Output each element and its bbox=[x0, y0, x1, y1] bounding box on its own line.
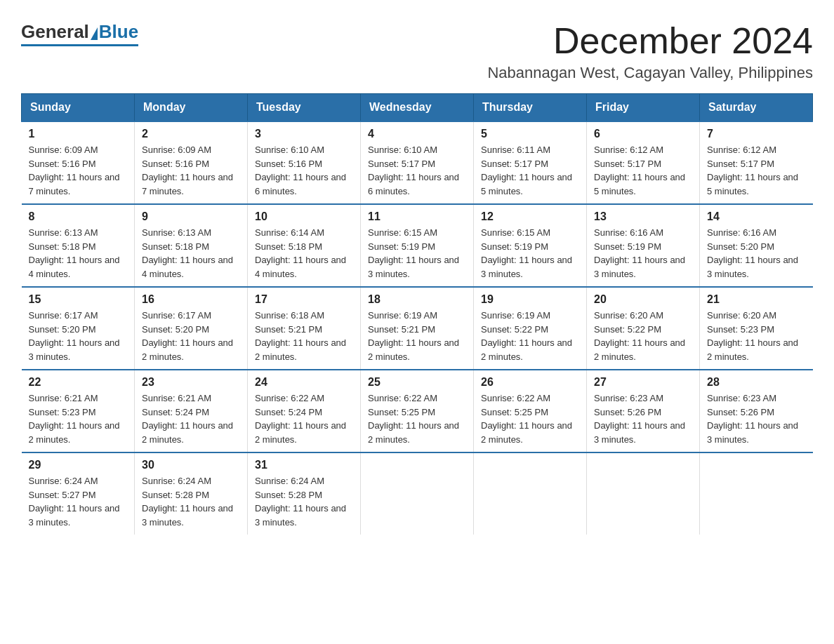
day-info: Sunrise: 6:16 AMSunset: 5:19 PMDaylight:… bbox=[594, 226, 692, 281]
day-info: Sunrise: 6:12 AMSunset: 5:17 PMDaylight:… bbox=[707, 143, 806, 198]
calendar-cell: 24 Sunrise: 6:22 AMSunset: 5:24 PMDaylig… bbox=[248, 370, 361, 452]
calendar-cell: 9 Sunrise: 6:13 AMSunset: 5:18 PMDayligh… bbox=[135, 204, 248, 287]
day-number: 17 bbox=[255, 293, 353, 306]
day-info: Sunrise: 6:12 AMSunset: 5:17 PMDaylight:… bbox=[594, 143, 692, 198]
calendar-cell: 29 Sunrise: 6:24 AMSunset: 5:27 PMDaylig… bbox=[22, 452, 135, 535]
calendar-cell bbox=[587, 452, 700, 535]
day-info: Sunrise: 6:09 AMSunset: 5:16 PMDaylight:… bbox=[29, 143, 128, 198]
calendar-header-thursday: Thursday bbox=[474, 94, 587, 122]
day-number: 12 bbox=[481, 210, 579, 223]
calendar-cell: 11 Sunrise: 6:15 AMSunset: 5:19 PMDaylig… bbox=[361, 204, 474, 287]
day-info: Sunrise: 6:20 AMSunset: 5:22 PMDaylight:… bbox=[594, 309, 692, 363]
calendar-cell: 2 Sunrise: 6:09 AMSunset: 5:16 PMDayligh… bbox=[135, 121, 248, 204]
calendar-header-friday: Friday bbox=[587, 94, 700, 122]
day-info: Sunrise: 6:15 AMSunset: 5:19 PMDaylight:… bbox=[481, 226, 579, 281]
day-info: Sunrise: 6:13 AMSunset: 5:18 PMDaylight:… bbox=[142, 226, 240, 281]
day-info: Sunrise: 6:17 AMSunset: 5:20 PMDaylight:… bbox=[29, 309, 128, 363]
day-number: 4 bbox=[368, 128, 466, 140]
calendar-header-wednesday: Wednesday bbox=[361, 94, 474, 122]
day-number: 23 bbox=[142, 376, 240, 389]
day-info: Sunrise: 6:09 AMSunset: 5:16 PMDaylight:… bbox=[142, 143, 240, 198]
calendar-cell: 21 Sunrise: 6:20 AMSunset: 5:23 PMDaylig… bbox=[700, 287, 813, 370]
day-number: 22 bbox=[29, 376, 128, 389]
calendar-cell: 31 Sunrise: 6:24 AMSunset: 5:28 PMDaylig… bbox=[248, 452, 361, 535]
calendar-cell: 15 Sunrise: 6:17 AMSunset: 5:20 PMDaylig… bbox=[22, 287, 135, 370]
calendar-cell: 3 Sunrise: 6:10 AMSunset: 5:16 PMDayligh… bbox=[248, 121, 361, 204]
calendar-cell: 22 Sunrise: 6:21 AMSunset: 5:23 PMDaylig… bbox=[22, 370, 135, 452]
day-number: 5 bbox=[481, 128, 579, 140]
logo-blue-text: Blue bbox=[99, 21, 138, 43]
calendar-cell: 10 Sunrise: 6:14 AMSunset: 5:18 PMDaylig… bbox=[248, 204, 361, 287]
day-info: Sunrise: 6:10 AMSunset: 5:17 PMDaylight:… bbox=[368, 143, 466, 198]
calendar-header-saturday: Saturday bbox=[700, 94, 813, 122]
calendar-cell: 23 Sunrise: 6:21 AMSunset: 5:24 PMDaylig… bbox=[135, 370, 248, 452]
calendar-cell: 30 Sunrise: 6:24 AMSunset: 5:28 PMDaylig… bbox=[135, 452, 248, 535]
logo-triangle-icon bbox=[91, 27, 98, 40]
day-number: 7 bbox=[707, 128, 806, 140]
calendar-cell bbox=[700, 452, 813, 535]
day-number: 3 bbox=[255, 128, 353, 140]
title-block: December 2024 Nabannagan West, Cagayan V… bbox=[487, 21, 813, 82]
calendar-cell: 16 Sunrise: 6:17 AMSunset: 5:20 PMDaylig… bbox=[135, 287, 248, 370]
calendar-cell: 8 Sunrise: 6:13 AMSunset: 5:18 PMDayligh… bbox=[22, 204, 135, 287]
logo-underline bbox=[21, 44, 138, 46]
day-number: 2 bbox=[142, 128, 240, 140]
calendar-cell bbox=[474, 452, 587, 535]
day-number: 26 bbox=[481, 376, 579, 389]
day-number: 9 bbox=[142, 210, 240, 223]
calendar-cell: 18 Sunrise: 6:19 AMSunset: 5:21 PMDaylig… bbox=[361, 287, 474, 370]
calendar-cell: 28 Sunrise: 6:23 AMSunset: 5:26 PMDaylig… bbox=[700, 370, 813, 452]
day-number: 8 bbox=[29, 210, 128, 223]
day-number: 10 bbox=[255, 210, 353, 223]
day-info: Sunrise: 6:23 AMSunset: 5:26 PMDaylight:… bbox=[707, 391, 806, 446]
day-number: 25 bbox=[368, 376, 466, 389]
calendar-table: SundayMondayTuesdayWednesdayThursdayFrid… bbox=[21, 93, 813, 535]
day-info: Sunrise: 6:14 AMSunset: 5:18 PMDaylight:… bbox=[255, 226, 353, 281]
day-info: Sunrise: 6:22 AMSunset: 5:24 PMDaylight:… bbox=[255, 391, 353, 446]
day-info: Sunrise: 6:13 AMSunset: 5:18 PMDaylight:… bbox=[29, 226, 128, 281]
day-info: Sunrise: 6:19 AMSunset: 5:21 PMDaylight:… bbox=[368, 309, 466, 363]
calendar-week-row: 1 Sunrise: 6:09 AMSunset: 5:16 PMDayligh… bbox=[22, 121, 813, 204]
day-info: Sunrise: 6:24 AMSunset: 5:28 PMDaylight:… bbox=[255, 474, 353, 529]
logo: General Blue bbox=[21, 21, 138, 46]
day-number: 28 bbox=[707, 376, 806, 389]
calendar-cell: 6 Sunrise: 6:12 AMSunset: 5:17 PMDayligh… bbox=[587, 121, 700, 204]
day-number: 1 bbox=[29, 128, 128, 140]
day-number: 11 bbox=[368, 210, 466, 223]
calendar-week-row: 29 Sunrise: 6:24 AMSunset: 5:27 PMDaylig… bbox=[22, 452, 813, 535]
calendar-header-sunday: Sunday bbox=[22, 94, 135, 122]
calendar-cell: 26 Sunrise: 6:22 AMSunset: 5:25 PMDaylig… bbox=[474, 370, 587, 452]
calendar-cell: 17 Sunrise: 6:18 AMSunset: 5:21 PMDaylig… bbox=[248, 287, 361, 370]
day-number: 13 bbox=[594, 210, 692, 223]
day-info: Sunrise: 6:21 AMSunset: 5:24 PMDaylight:… bbox=[142, 391, 240, 446]
day-number: 16 bbox=[142, 293, 240, 306]
day-info: Sunrise: 6:16 AMSunset: 5:20 PMDaylight:… bbox=[707, 226, 806, 281]
day-number: 31 bbox=[255, 459, 353, 471]
logo-general-text: General bbox=[21, 21, 89, 43]
calendar-header-row: SundayMondayTuesdayWednesdayThursdayFrid… bbox=[22, 94, 813, 122]
day-info: Sunrise: 6:21 AMSunset: 5:23 PMDaylight:… bbox=[29, 391, 128, 446]
day-number: 30 bbox=[142, 459, 240, 471]
calendar-cell: 12 Sunrise: 6:15 AMSunset: 5:19 PMDaylig… bbox=[474, 204, 587, 287]
month-title: December 2024 bbox=[487, 21, 813, 61]
day-info: Sunrise: 6:18 AMSunset: 5:21 PMDaylight:… bbox=[255, 309, 353, 363]
location-title: Nabannagan West, Cagayan Valley, Philipp… bbox=[487, 64, 813, 82]
day-number: 24 bbox=[255, 376, 353, 389]
calendar-cell: 27 Sunrise: 6:23 AMSunset: 5:26 PMDaylig… bbox=[587, 370, 700, 452]
calendar-cell: 25 Sunrise: 6:22 AMSunset: 5:25 PMDaylig… bbox=[361, 370, 474, 452]
day-number: 6 bbox=[594, 128, 692, 140]
calendar-cell: 20 Sunrise: 6:20 AMSunset: 5:22 PMDaylig… bbox=[587, 287, 700, 370]
day-number: 20 bbox=[594, 293, 692, 306]
day-info: Sunrise: 6:19 AMSunset: 5:22 PMDaylight:… bbox=[481, 309, 579, 363]
page-header: General Blue December 2024 Nabannagan We… bbox=[21, 21, 813, 82]
day-number: 29 bbox=[29, 459, 128, 471]
day-info: Sunrise: 6:22 AMSunset: 5:25 PMDaylight:… bbox=[368, 391, 466, 446]
day-number: 27 bbox=[594, 376, 692, 389]
calendar-week-row: 15 Sunrise: 6:17 AMSunset: 5:20 PMDaylig… bbox=[22, 287, 813, 370]
day-number: 19 bbox=[481, 293, 579, 306]
day-info: Sunrise: 6:23 AMSunset: 5:26 PMDaylight:… bbox=[594, 391, 692, 446]
day-info: Sunrise: 6:20 AMSunset: 5:23 PMDaylight:… bbox=[707, 309, 806, 363]
day-info: Sunrise: 6:22 AMSunset: 5:25 PMDaylight:… bbox=[481, 391, 579, 446]
calendar-cell: 5 Sunrise: 6:11 AMSunset: 5:17 PMDayligh… bbox=[474, 121, 587, 204]
calendar-header-tuesday: Tuesday bbox=[248, 94, 361, 122]
